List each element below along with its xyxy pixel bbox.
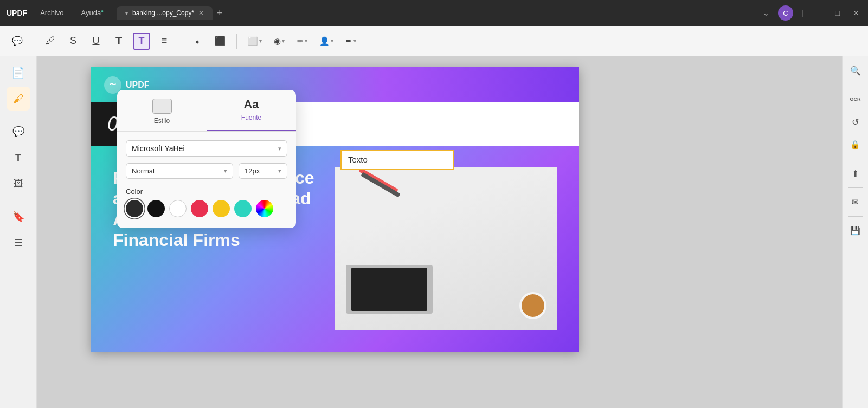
sidebar-right: 🔍 OCR ↺ 🔒 ⬆ ✉ 💾 [842,56,868,408]
tab-area: ▾ banking ...opy_Copy* ✕ + [117,6,758,20]
style-selector[interactable]: Normal ▾ [126,163,233,179]
laptop [346,265,433,314]
main-area: 📄 🖌 💬 T 🖼 🔖 ☰ 〜 UPDF 02 [0,56,868,408]
popup-tabs: Estilo Aa Fuente [117,90,296,132]
font-caret-icon: ▾ [278,145,281,152]
font-name-label: Microsoft YaHei [132,144,278,153]
toolbar-separator3 [236,34,237,49]
style-label: Normal [132,167,224,175]
color-section-label: Color [126,187,287,196]
sidebar-highlight-icon[interactable]: 🖌 [7,87,30,111]
ocr-right-icon[interactable]: OCR [846,89,865,109]
active-tab[interactable]: ▾ banking ...opy_Copy* ✕ [117,6,213,20]
style-size-row: Normal ▾ 12px ▾ [126,163,287,179]
user-button[interactable]: 👤▾ [316,34,337,48]
convert-right-icon[interactable]: ↺ [846,112,865,132]
sidebar-right-sep1 [848,85,863,85]
text-t-icon[interactable]: T [110,33,127,50]
popup-tab-fuente[interactable]: Aa Fuente [207,90,296,131]
texto-box[interactable]: Texto [340,150,454,170]
save-right-icon[interactable]: 💾 [846,221,865,241]
sidebar-left: 📄 🖌 💬 T 🖼 🔖 ☰ [0,56,37,408]
popup-tab-estilo[interactable]: Estilo [117,90,207,131]
email-right-icon[interactable]: ✉ [846,192,865,212]
sidebar-right-sep2 [848,159,863,159]
text-edit-icon[interactable]: T [133,33,150,50]
app-logo: UPDF [7,9,27,17]
sidebar-text-icon[interactable]: T [7,146,30,170]
person-image [335,167,557,330]
sign-button[interactable]: ✒▾ [342,34,359,48]
tab-dropdown-icon[interactable]: ▾ [125,10,128,16]
draw-button[interactable]: ◉▾ [271,34,288,48]
pencil-dark [361,172,400,198]
size-label: 12px [245,167,278,175]
size-selector[interactable]: 12px ▾ [239,163,287,179]
comment-icon[interactable]: 💬 [9,33,26,50]
size-caret-icon: ▾ [278,167,281,174]
maximize-button[interactable]: □ [833,9,842,17]
toolbar-separator [34,34,34,49]
close-button[interactable]: ✕ [851,9,861,17]
sidebar-image-icon[interactable]: 🖼 [7,172,30,196]
eraser-icon[interactable]: ⬥ [189,33,206,50]
color-swatches [126,200,287,217]
texto-label: Texto [348,155,368,164]
menu-ayuda[interactable]: Ayuda● [76,7,107,19]
pdf-logo-text: UPDF [126,80,150,90]
sidebar-sep1 [9,115,28,115]
menu-archivo[interactable]: Archivo [36,7,68,19]
stamp-icon[interactable]: ⬛ [211,33,229,50]
shape-button[interactable]: ⬜▾ [245,34,265,48]
toolbar-separator2 [181,34,181,49]
tab-close-icon[interactable]: ✕ [198,9,204,17]
secure-right-icon[interactable]: 🔒 [846,135,865,154]
font-popup-panel: Estilo Aa Fuente Microsoft YaHei ▾ Norma… [117,90,296,228]
title-bar-right: ⌄ C | — □ ✕ [763,5,861,21]
popup-tab-estilo-label: Estilo [154,117,170,125]
menu-bar: Archivo Ayuda● [36,7,108,19]
sidebar-right-sep4 [848,216,863,217]
coffee-cup [519,292,546,319]
pdf-gradient-image [335,167,557,330]
sidebar-right-sep3 [848,187,863,188]
color-yellow[interactable] [213,200,230,217]
list-icon[interactable]: ≡ [156,33,173,50]
tab-list-button[interactable]: ⌄ [763,9,769,17]
estilo-tab-icon [152,99,172,114]
popup-tab-fuente-label: Fuente [241,114,261,121]
color-black[interactable] [147,200,165,217]
upload-right-icon[interactable]: ⬆ [846,164,865,183]
search-right-icon[interactable]: 🔍 [846,61,865,80]
sidebar-pages-icon[interactable]: 📄 [7,61,30,85]
color-dark[interactable] [126,200,143,217]
style-caret-icon: ▾ [224,167,227,174]
title-bar: UPDF Archivo Ayuda● ▾ banking ...opy_Cop… [0,0,868,26]
color-white[interactable] [169,200,187,217]
highlight-icon[interactable]: 🖊 [42,33,59,50]
color-teal[interactable] [234,200,252,217]
fuente-tab-icon: Aa [243,99,259,111]
pen-button[interactable]: ✏▾ [293,34,311,48]
sidebar-sep2 [9,200,28,200]
color-rainbow[interactable] [256,200,273,217]
underline-icon[interactable]: U [87,33,105,50]
color-red[interactable] [191,200,208,217]
strikethrough-icon[interactable]: S [65,33,82,50]
sidebar-comment-icon[interactable]: 💬 [7,120,30,144]
minimize-button[interactable]: — [813,9,825,17]
font-selector[interactable]: Microsoft YaHei ▾ [126,140,287,157]
avatar[interactable]: C [778,5,793,21]
laptop-screen [351,268,427,311]
tab-title: banking ...opy_Copy* [132,9,194,17]
new-tab-button[interactable]: + [217,8,223,19]
toolbar: 💬 🖊 S U T T ≡ ⬥ ⬛ ⬜▾ ◉▾ ✏▾ 👤▾ ✒▾ [0,26,868,56]
content-area: 〜 UPDF 02 Promoting Best Practice and Re… [37,56,842,408]
divider: | [802,9,804,17]
popup-body: Microsoft YaHei ▾ Normal ▾ 12px ▾ Color [117,132,296,217]
sidebar-bookmark-icon[interactable]: 🔖 [7,205,30,229]
sidebar-layers-icon[interactable]: ☰ [7,231,30,255]
